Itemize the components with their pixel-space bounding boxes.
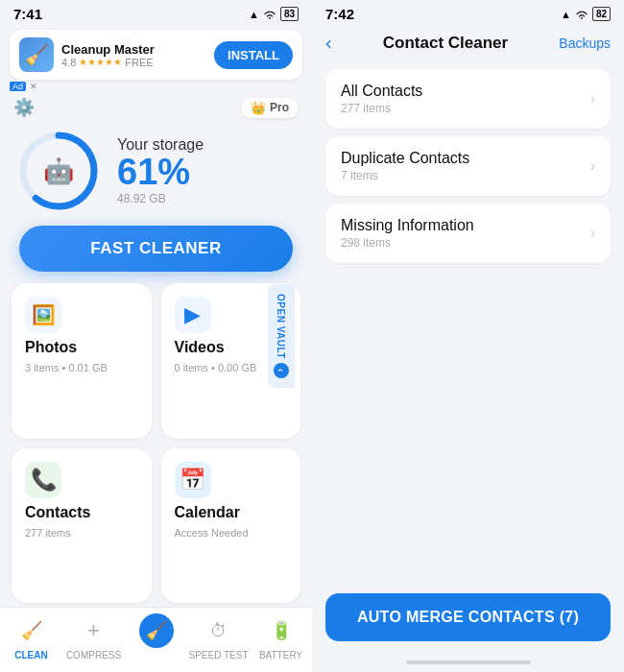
gear-icon[interactable]: ⚙️ — [13, 97, 35, 118]
pro-badge[interactable]: 👑 Pro — [241, 98, 299, 118]
videos-icon: ▶ — [175, 297, 211, 333]
home-indicator — [406, 660, 531, 664]
missing-info-sub: 298 items — [341, 236, 474, 250]
missing-info-content: Missing Information 298 items — [341, 217, 474, 250]
photos-sub: 3 items • 0.01 GB — [25, 362, 138, 373]
left-status-bar: 7:41 ▲ 83 — [0, 0, 312, 24]
right-battery: 82 — [592, 7, 611, 21]
storage-info: Your storage 61% 48.92 GB — [117, 136, 204, 205]
ad-info: Cleanup Master 4.8 ★★★★★ FREE — [61, 42, 206, 68]
ad-badge: Ad — [10, 82, 26, 91]
duplicate-contacts-sub: 7 items — [341, 169, 469, 182]
contacts-title: Contacts — [25, 504, 138, 521]
storage-gb: 48.92 GB — [117, 192, 204, 205]
page-title: Contact Cleaner — [344, 34, 548, 53]
merge-section: AUTO MERGE CONTACTS (7) — [312, 580, 624, 655]
duplicate-contacts-info: Duplicate Contacts 7 items — [341, 150, 469, 182]
contact-list: All Contacts 277 items › Duplicate Conta… — [312, 63, 624, 580]
missing-info-title: Missing Information — [341, 217, 474, 234]
chevron-right-icon: › — [590, 90, 595, 108]
grid-section: 🖼️ Photos 3 items • 0.01 GB ▶ Videos 0 i… — [0, 279, 312, 607]
duplicate-contacts-item[interactable]: Duplicate Contacts 7 items › — [325, 136, 611, 196]
compress-icon: + — [77, 613, 111, 648]
center-clean-icon: 🧹 — [139, 613, 174, 648]
robot-icon: 🤖 — [43, 156, 74, 186]
all-contacts-item[interactable]: All Contacts 277 items › — [325, 69, 611, 129]
right-wifi-icon — [575, 9, 588, 20]
all-contacts-title: All Contacts — [341, 83, 422, 100]
ad-label-row: Ad ✕ — [10, 82, 312, 91]
photos-title: Photos — [25, 339, 138, 356]
speedtest-icon: ⏱ — [202, 613, 236, 648]
tab-battery[interactable]: 🔋 BATTERY — [250, 613, 312, 660]
contacts-sub: 277 items — [25, 527, 138, 539]
all-contacts-info: All Contacts 277 items — [341, 83, 422, 115]
right-time: 7:42 — [325, 6, 354, 22]
duplicate-contacts-title: Duplicate Contacts — [341, 150, 469, 167]
ad-title: Cleanup Master — [61, 42, 206, 57]
missing-info-item[interactable]: Missing Information 298 items › — [325, 204, 611, 263]
clean-label: CLEAN — [14, 650, 47, 660]
top-toolbar: ⚙️ 👑 Pro — [0, 93, 312, 120]
backups-button[interactable]: Backups — [559, 36, 611, 51]
contacts-icon: 📞 — [25, 462, 61, 498]
right-panel: 7:42 ▲ 82 ‹ Contact Cleaner Backups All … — [312, 0, 624, 672]
left-status-icons: ▲ 83 — [249, 7, 299, 21]
clean-icon: 🧹 — [14, 613, 49, 648]
fast-cleaner-button[interactable]: FAST CLEANER — [19, 226, 293, 272]
auto-merge-button[interactable]: AUTO MERGE CONTACTS (7) — [325, 593, 611, 641]
right-status-bar: 7:42 ▲ 82 — [312, 0, 624, 24]
ad-banner: 🧹 Cleanup Master 4.8 ★★★★★ FREE INSTALL — [10, 30, 302, 80]
open-vault-tab[interactable]: OPEN VAULT ‹ — [268, 284, 295, 388]
ad-app-icon: 🧹 — [19, 37, 54, 72]
chevron-right-icon: › — [590, 225, 595, 242]
all-contacts-sub: 277 items — [341, 102, 422, 115]
install-button[interactable]: INSTALL — [214, 41, 293, 69]
crown-icon: 👑 — [251, 101, 266, 115]
storage-circle: 🤖 — [15, 128, 102, 214]
left-panel: 7:41 ▲ 83 🧹 Cleanup Master 4.8 ★★★★★ FRE… — [0, 0, 312, 672]
calendar-grid-item[interactable]: 📅 Calendar Access Needed — [161, 448, 301, 604]
speedtest-label: SPEED TEST — [188, 650, 248, 660]
contacts-grid-item[interactable]: 📞 Contacts 277 items — [12, 448, 152, 604]
left-battery: 83 — [280, 7, 299, 21]
battery-icon: 🔋 — [264, 613, 299, 648]
tab-compress[interactable]: + COMPRESS — [62, 613, 125, 660]
storage-section: 🤖 Your storage 61% 48.92 GB — [0, 120, 312, 218]
tab-bar: 🧹 CLEAN + COMPRESS 🧹 ⏱ SPEED TEST 🔋 BATT… — [0, 607, 312, 672]
close-icon[interactable]: ✕ — [30, 82, 37, 91]
tab-clean[interactable]: 🧹 CLEAN — [0, 613, 62, 660]
tab-center[interactable]: 🧹 — [125, 613, 187, 660]
pro-label: Pro — [270, 101, 289, 114]
calendar-sub: Access Needed — [175, 527, 288, 539]
compress-label: COMPRESS — [66, 650, 121, 660]
photos-grid-item[interactable]: 🖼️ Photos 3 items • 0.01 GB — [12, 283, 152, 439]
storage-percent: 61% — [117, 154, 204, 190]
right-header: ‹ Contact Cleaner Backups — [312, 24, 624, 63]
ad-sub: 4.8 ★★★★★ FREE — [61, 57, 206, 68]
right-signal-icon: ▲ — [561, 9, 571, 20]
left-time: 7:41 — [13, 6, 42, 22]
calendar-title: Calendar — [175, 504, 288, 521]
tab-speed-test[interactable]: ⏱ SPEED TEST — [187, 613, 250, 660]
broom-icon: 🧹 — [25, 43, 49, 66]
signal-icon: ▲ — [249, 9, 259, 20]
vault-arrow-icon: ‹ — [274, 363, 289, 378]
back-button[interactable]: ‹ — [325, 32, 332, 54]
chevron-right-icon: › — [590, 157, 595, 175]
right-status-icons: ▲ 82 — [561, 7, 611, 21]
photos-icon: 🖼️ — [25, 297, 61, 333]
wifi-icon — [263, 9, 276, 20]
ad-stars: ★★★★★ — [79, 57, 122, 67]
battery-label: BATTERY — [259, 650, 302, 660]
calendar-icon: 📅 — [175, 462, 211, 498]
